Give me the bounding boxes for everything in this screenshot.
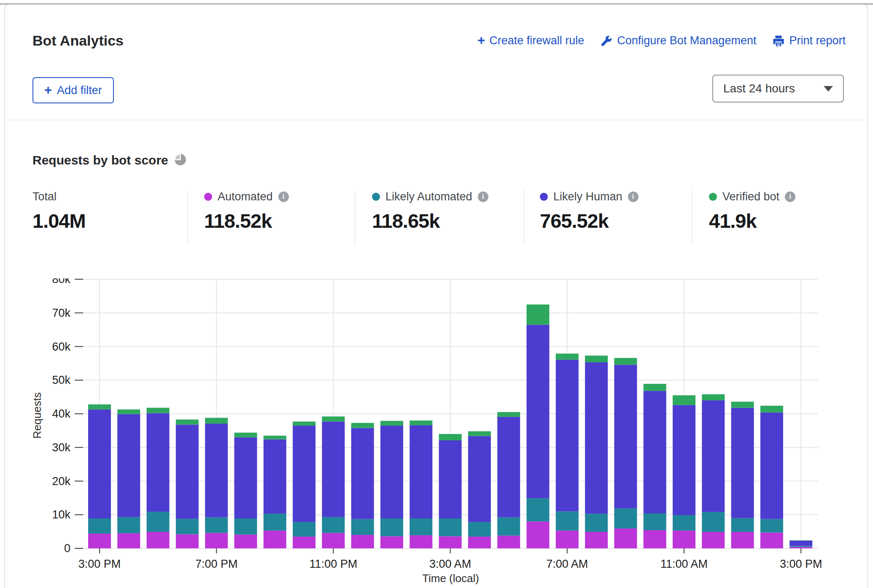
bar-segment-verified-bot[interactable]: [293, 421, 315, 426]
bar-segment-verified-bot[interactable]: [205, 418, 228, 424]
bar-segment-automated[interactable]: [147, 532, 170, 548]
bar-segment-likely-human[interactable]: [673, 405, 695, 515]
bar-segment-verified-bot[interactable]: [117, 410, 140, 414]
bar-segment-likely-human[interactable]: [556, 360, 579, 512]
bar-segment-automated[interactable]: [585, 532, 608, 548]
bar-segment-likely-human[interactable]: [351, 428, 374, 519]
bar-segment-likely-human[interactable]: [117, 414, 140, 517]
bar-segment-verified-bot[interactable]: [760, 406, 783, 413]
bar-segment-likely-automated[interactable]: [322, 517, 345, 533]
bar-segment-likely-human[interactable]: [760, 413, 783, 519]
bar-segment-automated[interactable]: [410, 535, 432, 548]
configure-bot-management-link[interactable]: Configure Bot Management: [600, 34, 756, 47]
bar-segment-likely-automated[interactable]: [264, 514, 286, 531]
bar-segment-verified-bot[interactable]: [264, 436, 286, 440]
bar-segment-automated[interactable]: [731, 532, 754, 548]
bar-segment-verified-bot[interactable]: [614, 358, 637, 365]
bar-segment-likely-automated[interactable]: [351, 519, 374, 535]
bar-segment-likely-human[interactable]: [497, 417, 520, 517]
bar-segment-automated[interactable]: [351, 535, 374, 548]
bar-segment-likely-automated[interactable]: [380, 518, 403, 536]
bar-segment-verified-bot[interactable]: [380, 421, 403, 426]
bar-segment-likely-automated[interactable]: [527, 498, 550, 521]
bar-segment-automated[interactable]: [322, 533, 345, 548]
bar-segment-likely-automated[interactable]: [176, 519, 199, 534]
bar-segment-likely-human[interactable]: [731, 408, 754, 518]
bar-segment-likely-automated[interactable]: [789, 546, 812, 547]
bar-segment-automated[interactable]: [673, 531, 695, 548]
bar-segment-verified-bot[interactable]: [176, 420, 199, 425]
bar-segment-automated[interactable]: [556, 531, 579, 548]
bar-segment-verified-bot[interactable]: [410, 421, 432, 425]
create-firewall-rule-link[interactable]: + Create firewall rule: [477, 34, 584, 47]
bar-segment-likely-human[interactable]: [585, 362, 608, 514]
bar-segment-verified-bot[interactable]: [351, 423, 374, 428]
bar-segment-likely-human[interactable]: [205, 423, 228, 518]
bar-segment-automated[interactable]: [702, 532, 725, 548]
bar-segment-likely-automated[interactable]: [293, 522, 315, 537]
bar-segment-likely-automated[interactable]: [468, 522, 491, 537]
bar-segment-likely-human[interactable]: [147, 413, 170, 512]
bar-segment-verified-bot[interactable]: [789, 540, 812, 541]
bar-segment-automated[interactable]: [789, 547, 812, 548]
bar-segment-likely-human[interactable]: [439, 440, 462, 518]
bar-segment-automated[interactable]: [264, 531, 286, 548]
bar-segment-automated[interactable]: [644, 530, 666, 548]
bar-segment-verified-bot[interactable]: [731, 402, 754, 407]
info-icon[interactable]: i: [278, 192, 289, 202]
bar-segment-likely-automated[interactable]: [410, 518, 432, 535]
bar-segment-likely-automated[interactable]: [117, 517, 140, 533]
bar-segment-automated[interactable]: [176, 534, 199, 548]
bar-segment-automated[interactable]: [614, 529, 637, 548]
bar-segment-verified-bot[interactable]: [585, 356, 608, 362]
add-filter-button[interactable]: + Add filter: [32, 77, 114, 103]
time-range-select[interactable]: Last 24 hours: [712, 75, 844, 102]
bar-segment-verified-bot[interactable]: [88, 405, 111, 410]
bar-segment-likely-automated[interactable]: [585, 514, 608, 532]
bar-segment-verified-bot[interactable]: [147, 408, 170, 413]
bar-segment-likely-human[interactable]: [234, 437, 257, 518]
bar-segment-likely-automated[interactable]: [234, 518, 257, 534]
info-icon[interactable]: i: [478, 192, 488, 202]
bar-segment-verified-bot[interactable]: [702, 394, 725, 400]
bar-segment-likely-automated[interactable]: [147, 512, 170, 532]
bar-segment-likely-human[interactable]: [702, 400, 725, 512]
bar-segment-likely-human[interactable]: [789, 541, 812, 546]
bar-segment-automated[interactable]: [439, 536, 462, 548]
bar-segment-automated[interactable]: [497, 536, 520, 548]
bar-segment-likely-human[interactable]: [322, 421, 345, 517]
bar-segment-likely-human[interactable]: [468, 436, 491, 522]
bar-segment-automated[interactable]: [205, 533, 228, 548]
bar-segment-likely-automated[interactable]: [88, 518, 111, 534]
bar-segment-automated[interactable]: [117, 533, 140, 548]
bar-segment-automated[interactable]: [760, 533, 783, 548]
info-icon[interactable]: i: [628, 192, 639, 202]
bar-segment-automated[interactable]: [527, 521, 550, 548]
bar-segment-automated[interactable]: [293, 537, 315, 548]
bar-segment-likely-automated[interactable]: [614, 508, 637, 529]
bar-segment-likely-automated[interactable]: [731, 518, 754, 532]
bar-segment-likely-automated[interactable]: [673, 515, 695, 531]
info-icon[interactable]: i: [785, 192, 795, 202]
bar-segment-verified-bot[interactable]: [527, 305, 550, 325]
bar-segment-verified-bot[interactable]: [644, 384, 666, 391]
bar-segment-likely-automated[interactable]: [205, 518, 228, 533]
bar-segment-likely-human[interactable]: [527, 325, 550, 499]
bar-segment-likely-human[interactable]: [644, 391, 666, 513]
print-report-link[interactable]: Print report: [772, 34, 846, 47]
bar-segment-likely-human[interactable]: [410, 425, 432, 518]
bar-segment-likely-automated[interactable]: [644, 513, 666, 530]
bar-segment-verified-bot[interactable]: [673, 395, 695, 405]
bar-segment-likely-automated[interactable]: [760, 519, 783, 533]
bar-segment-automated[interactable]: [234, 534, 257, 548]
bar-segment-verified-bot[interactable]: [234, 433, 257, 437]
bar-segment-likely-human[interactable]: [293, 426, 315, 522]
bar-segment-likely-automated[interactable]: [439, 518, 462, 536]
bar-segment-likely-human[interactable]: [264, 440, 286, 514]
bar-segment-likely-automated[interactable]: [497, 518, 520, 536]
bar-segment-likely-human[interactable]: [88, 410, 111, 518]
bar-segment-verified-bot[interactable]: [468, 431, 491, 436]
bar-segment-verified-bot[interactable]: [556, 353, 579, 359]
bar-segment-likely-automated[interactable]: [702, 512, 725, 532]
bar-segment-likely-human[interactable]: [176, 425, 199, 519]
